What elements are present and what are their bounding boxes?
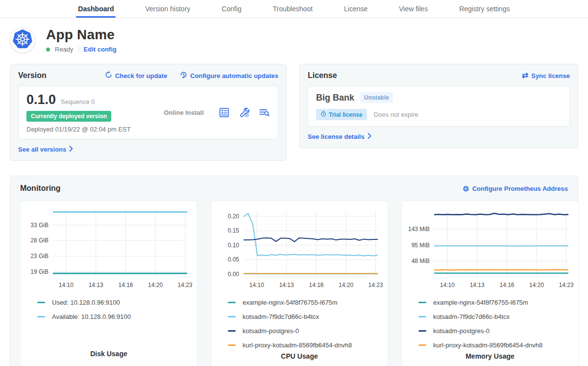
app-logo bbox=[10, 27, 35, 53]
legend-item: kurl-proxy-kotsadm-8569fb6454-dnvh8 bbox=[228, 338, 383, 352]
preflight-checks-icon[interactable] bbox=[219, 107, 230, 118]
currently-deployed-badge: Currently deployed version bbox=[26, 111, 111, 122]
page-title: App Name bbox=[46, 27, 117, 43]
disk-usage-chart: 19 GiB23 GiB28 GiB33 GiB14:1014:1314:161… bbox=[25, 207, 192, 290]
legend-dash-icon bbox=[418, 316, 426, 317]
legend-item: kurl-proxy-kotsadm-8569fb6454-dnvh8 bbox=[418, 338, 573, 352]
chart-title: Memory Usage bbox=[407, 352, 573, 360]
channel-badge: Unstable bbox=[360, 92, 393, 103]
legend-item: example-nginx-54f8f76755-l675m bbox=[418, 295, 573, 310]
svg-text:14:13: 14:13 bbox=[279, 282, 294, 288]
svg-text:14:13: 14:13 bbox=[470, 282, 485, 288]
legend-dash-icon bbox=[228, 330, 236, 332]
svg-text:0.15: 0.15 bbox=[228, 227, 240, 234]
svg-text:23 GiB: 23 GiB bbox=[30, 253, 49, 260]
legend-dash-icon bbox=[228, 344, 236, 346]
svg-text:0.20: 0.20 bbox=[228, 213, 240, 220]
legend-item: Available: 10.128.0.96:9100 bbox=[37, 310, 192, 324]
clock-arrow-icon bbox=[180, 71, 187, 80]
chart-legend: example-nginx-54f8f76755-l675mkotsadm-7f… bbox=[228, 295, 383, 352]
svg-text:14:23: 14:23 bbox=[178, 282, 192, 288]
legend-label: kurl-proxy-kotsadm-8569fb6454-dnvh8 bbox=[433, 341, 542, 349]
svg-text:0.10: 0.10 bbox=[228, 242, 240, 249]
top-nav: DashboardVersion historyConfigTroublesho… bbox=[0, 0, 588, 18]
monitoring-title: Monitoring bbox=[20, 184, 61, 193]
tab-dashboard[interactable]: Dashboard bbox=[76, 0, 116, 18]
legend-label: kurl-proxy-kotsadm-8569fb6454-dnvh8 bbox=[243, 341, 352, 349]
edit-config-link[interactable]: Edit config bbox=[84, 46, 117, 53]
chart-legend: Used: 10.128.0.96:9100Available: 10.128.… bbox=[37, 295, 192, 324]
tab-config[interactable]: Config bbox=[220, 0, 243, 18]
divider bbox=[78, 46, 79, 53]
legend-item: kotsadm-postgres-0 bbox=[418, 324, 573, 338]
refresh-icon bbox=[105, 71, 112, 80]
svg-text:0.00: 0.00 bbox=[228, 271, 240, 278]
legend-label: example-nginx-54f8f76755-l675m bbox=[433, 299, 528, 306]
license-card-title: License bbox=[308, 71, 337, 80]
check-for-update-button[interactable]: Check for update bbox=[105, 71, 167, 80]
tab-license[interactable]: License bbox=[342, 0, 369, 18]
svg-text:14:23: 14:23 bbox=[368, 282, 383, 288]
stopwatch-icon bbox=[320, 111, 326, 118]
tab-troubleshoot[interactable]: Troubleshoot bbox=[271, 0, 315, 18]
legend-item: kotsadm-postgres-0 bbox=[228, 324, 383, 338]
svg-text:28 GiB: 28 GiB bbox=[30, 237, 49, 244]
legend-item: kotsadm-7f9dc7d66c-b4tcx bbox=[418, 310, 573, 324]
see-all-versions-link[interactable]: See all versions bbox=[18, 146, 73, 153]
cards-row: Version Check for update bbox=[0, 58, 588, 161]
version-number: 0.1.0 bbox=[26, 92, 56, 107]
legend-label: example-nginx-54f8f76755-l675m bbox=[243, 299, 338, 306]
svg-text:14:10: 14:10 bbox=[440, 282, 455, 288]
tab-registry-settings[interactable]: Registry settings bbox=[457, 0, 512, 18]
legend-dash-icon bbox=[418, 344, 426, 346]
kubernetes-icon bbox=[12, 28, 33, 52]
legend-label: Used: 10.128.0.96:9100 bbox=[52, 299, 120, 306]
sync-license-button[interactable]: ⇄ Sync license bbox=[522, 72, 570, 79]
config-wrench-icon[interactable] bbox=[239, 107, 250, 118]
legend-dash-icon bbox=[418, 302, 426, 303]
chevron-right-icon bbox=[368, 133, 371, 140]
svg-text:48 MiB: 48 MiB bbox=[412, 258, 430, 264]
svg-text:14:20: 14:20 bbox=[339, 282, 353, 288]
version-card-title: Version bbox=[18, 71, 47, 80]
nav-tabs: DashboardVersion historyConfigTroublesho… bbox=[76, 0, 512, 18]
configure-prometheus-button[interactable]: ⚙ Configure Prometheus Address bbox=[463, 185, 568, 192]
legend-dash-icon bbox=[37, 302, 45, 303]
status-dot bbox=[46, 48, 50, 52]
deployed-timestamp: Deployed 01/19/22 @ 02:04 pm EST bbox=[26, 126, 149, 133]
tab-view-files[interactable]: View files bbox=[397, 0, 430, 18]
legend-label: kotsadm-postgres-0 bbox=[433, 327, 490, 335]
app-header: App Name Ready Edit config bbox=[0, 18, 588, 58]
legend-item: kotsadm-7f9dc7d66c-b4tcx bbox=[228, 310, 383, 324]
license-name: Big Bank bbox=[316, 93, 354, 103]
tab-version-history[interactable]: Version history bbox=[143, 0, 192, 18]
view-logs-icon[interactable] bbox=[259, 107, 270, 118]
svg-text:33 GiB: 33 GiB bbox=[30, 222, 49, 229]
install-type-label: Online Install bbox=[149, 109, 219, 116]
sync-arrows-icon: ⇄ bbox=[522, 72, 528, 79]
svg-text:14:10: 14:10 bbox=[59, 282, 74, 288]
monitoring-section: Monitoring ⚙ Configure Prometheus Addres… bbox=[10, 176, 578, 366]
license-card: License ⇄ Sync license Big Bank Unstable bbox=[299, 64, 578, 148]
chart-title: Disk Usage bbox=[25, 350, 192, 358]
svg-text:14:10: 14:10 bbox=[249, 282, 264, 288]
legend-dash-icon bbox=[228, 316, 236, 317]
memory-usage-chart-card: 48 MiB95 MiB143 MiB14:1014:1314:1614:201… bbox=[401, 201, 579, 366]
legend-dash-icon bbox=[37, 316, 45, 317]
legend-label: kotsadm-7f9dc7d66c-b4tcx bbox=[433, 313, 510, 320]
version-card: Version Check for update bbox=[10, 64, 287, 161]
disk-usage-chart-card: 19 GiB23 GiB28 GiB33 GiB14:1014:1314:161… bbox=[20, 201, 197, 366]
legend-item: example-nginx-54f8f76755-l675m bbox=[228, 295, 383, 310]
svg-text:0.05: 0.05 bbox=[228, 256, 240, 263]
cpu-usage-chart-card: 0.000.050.100.150.2014:1014:1314:1614:20… bbox=[211, 201, 388, 366]
gear-icon: ⚙ bbox=[463, 185, 469, 192]
trial-license-badge: Trial license bbox=[316, 109, 367, 120]
svg-text:14:20: 14:20 bbox=[148, 282, 163, 288]
configure-automatic-updates-button[interactable]: Configure automatic updates bbox=[180, 71, 278, 80]
legend-dash-icon bbox=[418, 330, 426, 332]
see-license-details-link[interactable]: See license details bbox=[308, 133, 371, 140]
svg-text:14:16: 14:16 bbox=[309, 282, 323, 288]
svg-text:14:23: 14:23 bbox=[559, 282, 573, 288]
legend-label: Available: 10.128.0.96:9100 bbox=[52, 313, 131, 320]
svg-text:143 MiB: 143 MiB bbox=[408, 226, 430, 233]
